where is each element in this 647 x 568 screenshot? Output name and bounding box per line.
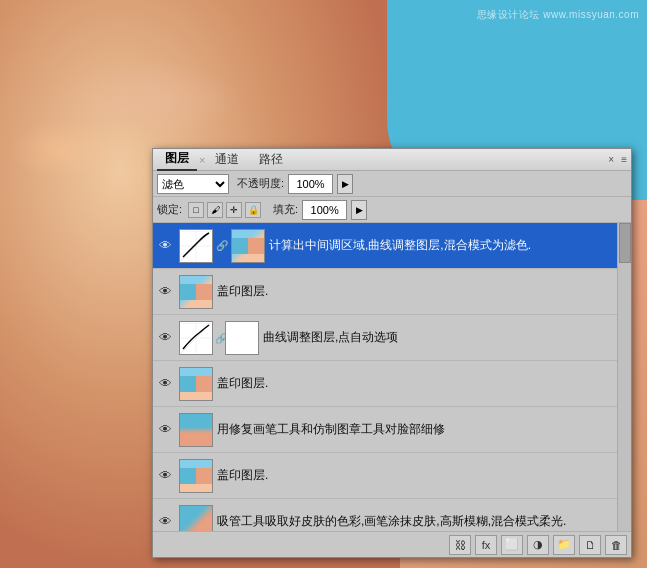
fill-arrow-button[interactable]: ▶ — [351, 200, 367, 220]
panel-titlebar: 图层 × 通道 路径 × ≡ — [153, 149, 631, 171]
curve-thumb-svg — [181, 231, 211, 261]
eye-icon: 👁 — [159, 330, 172, 345]
tab-channels[interactable]: 通道 — [207, 149, 247, 170]
link-button[interactable]: ⛓ — [449, 535, 471, 555]
lock-all-button[interactable]: 🔒 — [245, 202, 261, 218]
watermark: 思缘设计论坛 www.missyuan.com — [477, 8, 639, 22]
fx-button[interactable]: fx — [475, 535, 497, 555]
layer-visibility-toggle[interactable]: 👁 — [155, 453, 175, 499]
lock-fill-toolbar: 锁定: □ 🖌 ✛ 🔒 填充: 100% ▶ — [153, 197, 631, 223]
opacity-input[interactable]: 100% — [288, 174, 333, 194]
layer-row[interactable]: 👁 🔗 计 — [153, 223, 631, 269]
lock-transparent-button[interactable]: □ — [188, 202, 204, 218]
eye-icon: 👁 — [159, 284, 172, 299]
layer-visibility-toggle[interactable]: 👁 — [155, 499, 175, 532]
chain-spacer: 🔗 — [215, 331, 223, 345]
layer-thumb-1 — [179, 459, 213, 493]
panel-close-button[interactable]: × — [605, 154, 617, 165]
opacity-arrow-button[interactable]: ▶ — [337, 174, 353, 194]
fill-label: 填充: — [273, 202, 298, 217]
layer-row[interactable]: 👁 吸管工具吸取好皮肤的色彩,画笔涂抹皮肤,高斯模糊,混合模式柔光. — [153, 499, 631, 531]
panel-controls: × ≡ — [605, 154, 627, 165]
layer-row[interactable]: 👁 用修复画笔工具和仿制图章工具对脸部细修 — [153, 407, 631, 453]
tab-layers[interactable]: 图层 — [157, 148, 197, 171]
fx-label: fx — [482, 539, 491, 551]
delete-button[interactable]: 🗑 — [605, 535, 627, 555]
layer-visibility-toggle[interactable]: 👁 — [155, 223, 175, 269]
eye-icon: 👁 — [159, 514, 172, 529]
tab-paths[interactable]: 路径 — [251, 149, 291, 170]
layer-thumb-1 — [179, 321, 213, 355]
layers-panel: 图层 × 通道 路径 × ≡ 滤色 不透明度: 100% ▶ 锁定: □ 🖌 ✛… — [152, 148, 632, 558]
layer-thumb-2 — [225, 321, 259, 355]
eye-icon: 👁 — [159, 468, 172, 483]
layer-row[interactable]: 👁 盖印图层. — [153, 453, 631, 499]
layer-name: 盖印图层. — [217, 375, 629, 392]
adjustment-button[interactable]: ◑ — [527, 535, 549, 555]
necklace-area — [10, 120, 110, 180]
new-layer-icon: 🗋 — [585, 539, 596, 551]
layer-thumb-2 — [231, 229, 265, 263]
curve-thumb-svg — [181, 323, 211, 353]
opacity-label: 不透明度: — [237, 176, 284, 191]
layer-thumb-1 — [179, 229, 213, 263]
folder-icon: 📁 — [557, 538, 571, 551]
folder-button[interactable]: 📁 — [553, 535, 575, 555]
layer-thumbnails — [179, 459, 213, 493]
mask-icon: ⬜ — [505, 538, 519, 551]
layer-row[interactable]: 👁 🔗 曲线调 — [153, 315, 631, 361]
layer-thumbnails — [179, 413, 213, 447]
layer-name: 吸管工具吸取好皮肤的色彩,画笔涂抹皮肤,高斯模糊,混合模式柔光. — [217, 513, 629, 530]
lock-icons-group: □ 🖌 ✛ 🔒 — [188, 202, 261, 218]
layer-name: 盖印图层. — [217, 467, 629, 484]
layer-thumb-1 — [179, 413, 213, 447]
lock-move-button[interactable]: ✛ — [226, 202, 242, 218]
layer-visibility-toggle[interactable]: 👁 — [155, 269, 175, 315]
layer-visibility-toggle[interactable]: 👁 — [155, 315, 175, 361]
panel-menu-button[interactable]: ≡ — [621, 154, 627, 165]
trash-icon: 🗑 — [611, 539, 622, 551]
lock-paint-button[interactable]: 🖌 — [207, 202, 223, 218]
lock-label: 锁定: — [157, 202, 182, 217]
layer-row[interactable]: 👁 盖印图层. — [153, 269, 631, 315]
new-layer-button[interactable]: 🗋 — [579, 535, 601, 555]
scrollbar-thumb[interactable] — [619, 223, 631, 263]
layer-visibility-toggle[interactable]: 👁 — [155, 407, 175, 453]
panel-tabs: 图层 × 通道 路径 — [157, 148, 291, 171]
eye-icon: 👁 — [159, 238, 172, 253]
layer-thumb-1 — [179, 505, 213, 532]
mask-button[interactable]: ⬜ — [501, 535, 523, 555]
bottom-toolbar: ⛓ fx ⬜ ◑ 📁 🗋 🗑 — [153, 531, 631, 557]
fill-input[interactable]: 100% — [302, 200, 347, 220]
layers-list: 👁 🔗 计 — [153, 223, 631, 531]
link-icon: 🔗 — [216, 240, 228, 251]
layer-thumbnails — [179, 367, 213, 401]
eye-icon: 👁 — [159, 376, 172, 391]
layer-thumb-1 — [179, 367, 213, 401]
layer-name: 盖印图层. — [217, 283, 629, 300]
blend-opacity-toolbar: 滤色 不透明度: 100% ▶ — [153, 171, 631, 197]
layer-thumbnails: 🔗 — [179, 321, 259, 355]
blend-mode-select[interactable]: 滤色 — [157, 174, 229, 194]
layer-thumbnails — [179, 505, 213, 532]
layer-visibility-toggle[interactable]: 👁 — [155, 361, 175, 407]
layer-name: 计算出中间调区域,曲线调整图层,混合模式为滤色. — [269, 237, 629, 254]
link-icon: ⛓ — [455, 539, 466, 551]
layer-name: 用修复画笔工具和仿制图章工具对脸部细修 — [217, 421, 629, 438]
layers-scrollbar[interactable] — [617, 223, 631, 531]
layer-name: 曲线调整图层,点自动选项 — [263, 329, 629, 346]
layer-thumbnails: 🔗 — [179, 229, 265, 263]
layer-row[interactable]: 👁 盖印图层. — [153, 361, 631, 407]
eye-icon: 👁 — [159, 422, 172, 437]
tab-sep1: × — [199, 154, 205, 166]
layer-thumbnails — [179, 275, 213, 309]
adjustment-icon: ◑ — [533, 538, 543, 551]
layer-thumb-1 — [179, 275, 213, 309]
